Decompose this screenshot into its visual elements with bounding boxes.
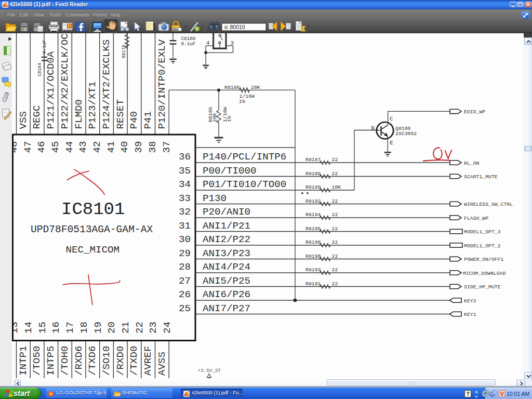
svg-text:38: 38 <box>147 141 158 153</box>
svg-text:40: 40 <box>119 141 130 153</box>
svg-text:22: 22 <box>332 171 338 177</box>
svg-text:ic 80010: ic 80010 <box>224 24 245 30</box>
svg-text:C8104: C8104 <box>37 63 43 76</box>
svg-text:ANI1/P21: ANI1/P21 <box>203 220 250 232</box>
svg-text:2SC3052: 2SC3052 <box>395 131 417 137</box>
svg-text:AVSS: AVSS <box>156 352 168 376</box>
svg-text:AVREF: AVREF <box>142 345 154 376</box>
svg-text:/TOH0: /TOH0 <box>59 345 71 376</box>
svg-text:R8194: R8194 <box>305 212 321 218</box>
svg-text:R8190: R8190 <box>305 254 321 259</box>
svg-text:21: 21 <box>120 322 131 334</box>
svg-text:20: 20 <box>106 322 117 334</box>
svg-text:P41: P41 <box>142 111 154 129</box>
svg-text:22: 22 <box>332 198 338 204</box>
svg-text:R8195: R8195 <box>305 226 321 232</box>
svg-text:R8189: R8189 <box>305 184 321 190</box>
svg-text:31: 31 <box>179 220 191 232</box>
svg-text:/SO10: /SO10 <box>101 345 112 376</box>
svg-text:IC8101: IC8101 <box>61 200 125 219</box>
svg-text:P130: P130 <box>203 193 227 204</box>
svg-text:26: 26 <box>179 289 191 300</box>
svg-text:42: 42 <box>91 141 103 153</box>
svg-text:32: 32 <box>179 206 191 218</box>
svg-text:NEC_MICOM: NEC_MICOM <box>66 244 120 256</box>
svg-text:ANI2/P22: ANI2/P22 <box>203 234 250 245</box>
svg-text:20K: 20K <box>212 113 218 122</box>
svg-text:P01/TI010/TO00: P01/TI010/TO00 <box>203 179 286 190</box>
svg-text:25: 25 <box>179 303 191 314</box>
svg-text:P120/INTP0/EXLV: P120/INTP0/EXLV <box>156 39 168 129</box>
svg-text:R8187: R8187 <box>305 157 321 163</box>
svg-text:44: 44 <box>64 141 75 153</box>
svg-text:POWER_ON/OFF1: POWER_ON/OFF1 <box>464 257 504 262</box>
svg-text:P122/X2/EXCLK/OC: P122/X2/EXCLK/OC <box>59 33 71 129</box>
svg-text:ANI3/P23: ANI3/P23 <box>203 248 250 259</box>
svg-text:MODEL1_OPT_2: MODEL1_OPT_2 <box>464 243 501 249</box>
svg-text:22: 22 <box>332 267 338 273</box>
svg-text:43: 43 <box>77 141 89 153</box>
svg-text:MICOM_DOWNLOAD: MICOM_DOWNLOAD <box>463 271 506 276</box>
svg-text:ANI5/P25: ANI5/P25 <box>203 275 250 287</box>
svg-text:36: 36 <box>179 151 191 163</box>
svg-text:INTP1: INTP1 <box>18 345 29 376</box>
svg-text:E: E <box>390 140 393 146</box>
svg-text:15: 15 <box>37 322 48 334</box>
svg-text:22: 22 <box>332 254 338 259</box>
svg-text:4: 4 <box>206 40 209 46</box>
svg-text:REGC: REGC <box>31 105 43 129</box>
svg-text:P124/XT2/EXCLKS: P124/XT2/EXCLKS <box>101 39 112 129</box>
svg-text:/TO50: /TO50 <box>31 345 43 376</box>
svg-text:WIRELESS_SW_CTRL: WIRELESS_SW_CTRL <box>464 202 513 207</box>
svg-text:41: 41 <box>105 141 117 153</box>
svg-text:RL_ON: RL_ON <box>464 161 480 166</box>
svg-text:KEY1: KEY1 <box>464 312 476 317</box>
svg-text:47: 47 <box>22 141 34 153</box>
svg-text:?: ? <box>467 391 470 396</box>
svg-text:37: 37 <box>161 141 172 153</box>
svg-text:22: 22 <box>134 322 145 334</box>
svg-text:P20/ANI0: P20/ANI0 <box>203 206 250 218</box>
svg-text:R8188: R8188 <box>305 171 321 177</box>
svg-text:10K: 10K <box>332 184 341 190</box>
svg-text:FLMD0: FLMD0 <box>73 99 85 129</box>
svg-text:MODEL1_OPT_3: MODEL1_OPT_3 <box>464 229 501 235</box>
svg-text:0.1uF: 0.1uF <box>42 40 47 54</box>
svg-text:ANI4/P24: ANI4/P24 <box>203 261 250 273</box>
svg-text:P123/XT1: P123/XT1 <box>87 81 98 129</box>
svg-text:INTP5: INTP5 <box>45 345 57 376</box>
svg-text:V: V <box>500 391 504 397</box>
svg-text:29: 29 <box>179 248 191 259</box>
svg-text:+3.5V_ST: +3.5V_ST <box>198 368 221 374</box>
svg-text:B: B <box>371 125 375 131</box>
svg-text:1/16W: 1/16W <box>240 94 255 99</box>
svg-text:20K: 20K <box>251 85 260 90</box>
svg-text:24: 24 <box>162 322 173 334</box>
svg-text:0.1uF: 0.1uF <box>181 41 196 47</box>
svg-text:35: 35 <box>179 165 191 177</box>
svg-text:39: 39 <box>133 141 144 153</box>
svg-text:16: 16 <box>50 322 62 334</box>
svg-text:RESET: RESET <box>115 99 126 129</box>
svg-text:P00/TI000: P00/TI000 <box>203 165 257 177</box>
svg-text:1%: 1% <box>239 99 245 104</box>
svg-text:R8196: R8196 <box>305 240 321 245</box>
svg-text:30: 30 <box>179 234 191 245</box>
svg-text:34: 34 <box>179 179 191 190</box>
svg-text:KEY2: KEY2 <box>464 298 476 304</box>
svg-text:P140/PCL/INTP6: P140/PCL/INTP6 <box>203 151 286 163</box>
svg-text:17: 17 <box>64 322 76 334</box>
svg-text:P40: P40 <box>128 111 140 129</box>
svg-text:22: 22 <box>332 157 338 163</box>
svg-text:33: 33 <box>179 193 191 204</box>
svg-text:SIDE_HP_MUTE: SIDE_HP_MUTE <box>464 284 501 290</box>
svg-text:22: 22 <box>332 226 338 232</box>
svg-text:EDID_WP: EDID_WP <box>464 109 485 115</box>
svg-text:R8186: R8186 <box>224 85 240 90</box>
svg-text:45: 45 <box>50 141 61 153</box>
svg-text:R8192: R8192 <box>305 198 321 204</box>
svg-text:3: 3 <box>231 40 234 46</box>
svg-text:SCART1_MUTE: SCART1_MUTE <box>464 174 498 180</box>
svg-text:19: 19 <box>92 322 104 334</box>
svg-text:/RXD6: /RXD6 <box>73 345 85 376</box>
